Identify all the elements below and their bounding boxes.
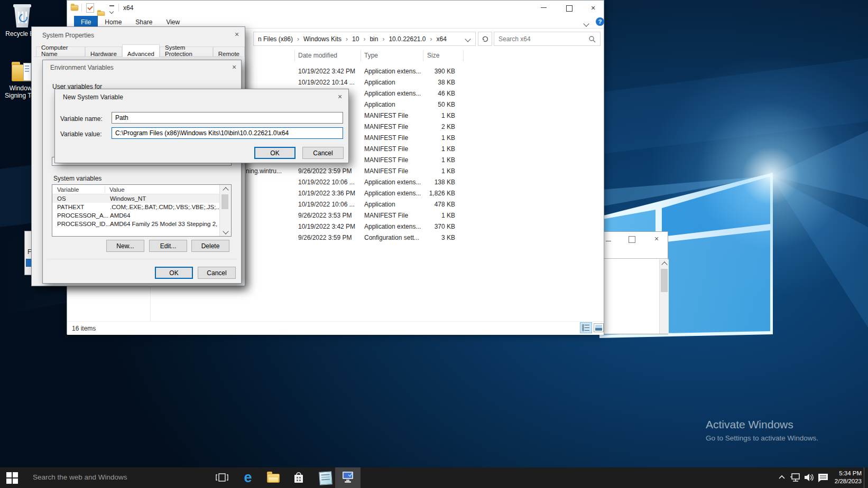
volume-icon[interactable] [804,473,815,482]
env-variable-value: Windows_NT [110,195,231,202]
start-button[interactable] [6,472,18,484]
variable-name-input[interactable] [112,112,343,124]
file-cell: 2 KB [413,123,455,130]
scrollbar-thumb[interactable] [221,194,228,209]
env-variable-row[interactable]: PROCESSOR_A...AMD64 [52,211,231,220]
env-variable-row[interactable]: PATHEXT.COM;.EXE;.BAT;.CMD;.VBS;.VBE;.JS… [52,203,231,211]
tab-advanced[interactable]: Advanced [122,44,160,57]
active-app-button[interactable] [335,467,361,488]
dialog-title: New System Variable [63,93,123,101]
ribbon-collapse-icon[interactable] [584,20,588,27]
tab-system-protection[interactable]: System Protection [160,46,213,57]
close-icon[interactable]: × [233,31,241,39]
status-bar: 16 items [67,321,604,335]
clock-date: 2/28/2023 [831,477,862,485]
address-dropdown-icon[interactable] [465,36,470,42]
taskbar-search[interactable]: Search the web and Windows [33,473,127,481]
cancel-button[interactable]: Cancel [198,267,236,279]
clock-time: 5:34 PM [831,470,862,477]
help-icon[interactable]: ? [596,17,604,26]
column-header-date[interactable]: Date modified [298,52,337,59]
minimize-icon[interactable] [605,237,612,243]
breadcrumb-segment[interactable]: x64 [436,35,448,43]
tray-clock[interactable]: 5:34 PM 2/28/2023 [831,470,862,485]
refresh-button[interactable] [478,32,492,46]
cancel-button[interactable]: Cancel [302,147,344,159]
listbox-header-variable[interactable]: Variable [52,186,105,193]
task-view-button[interactable] [216,472,228,485]
variable-value-label: Variable value: [60,130,102,138]
close-icon[interactable]: × [336,93,344,101]
close-icon[interactable]: × [653,235,660,242]
edge-browser-icon[interactable]: e [241,469,255,486]
system-variables-listbox[interactable]: Variable Value OSWindows_NTPATHEXT.COM;.… [52,184,232,237]
ok-button[interactable]: OK [155,267,193,279]
file-cell: 9/26/2022 3:59 PM [298,167,361,175]
maximize-icon[interactable] [629,236,635,243]
variable-name-label: Variable name: [60,115,103,123]
breadcrumb-segment[interactable]: 10 [351,35,360,43]
file-cell: 1 KB [413,156,455,164]
store-bag-icon [293,471,304,484]
column-header-type[interactable]: Type [364,52,378,59]
network-icon[interactable] [790,473,801,482]
taskbar: Search the web and Windows e [0,467,868,488]
scrollbar[interactable] [659,259,669,334]
env-variable-name: PROCESSOR_A... [52,212,110,219]
column-header-size[interactable]: Size [427,52,439,59]
breadcrumb-segment[interactable]: bin [368,35,379,43]
search-icon[interactable] [588,35,596,43]
file-cell: 1 KB [413,112,455,119]
tab-computer-name[interactable]: Computer Name [36,46,85,57]
env-variable-row[interactable]: PROCESSOR_ID...AMD64 Family 25 Model 33 … [52,220,231,228]
maximize-icon[interactable] [566,5,572,12]
window-title: x64 [123,4,133,12]
file-cell: 10/19/2022 10:14 ... [298,79,361,86]
env-variable-row[interactable]: OSWindows_NT [52,194,231,203]
scroll-down-icon[interactable] [220,228,231,236]
listbox-scrollbar[interactable] [219,185,231,236]
file-cell: 9/26/2022 3:53 PM [298,212,361,219]
breadcrumb-chevron-icon: › [379,35,387,43]
dialog-title: System Properties [42,32,94,39]
tab-remote[interactable]: Remote [213,46,245,57]
system-variables-label: System variables [53,175,101,182]
new-button[interactable]: New... [106,240,144,252]
file-cell: 1 KB [413,145,455,153]
tray-expand-icon[interactable] [778,475,786,480]
file-explorer-taskbar-icon[interactable] [267,474,280,483]
show-desktop-button[interactable] [864,467,864,488]
search-input[interactable] [494,35,588,43]
tab-strip: Computer NameHardwareAdvancedSystem Prot… [36,44,245,57]
details-view-button[interactable] [580,322,592,333]
breadcrumb-segment[interactable]: n Files (x86) [257,35,294,43]
divider [47,259,237,259]
breadcrumb-segment[interactable]: 10.0.22621.0 [387,35,427,43]
file-cell: 46 KB [413,90,455,97]
computer-icon [341,471,355,484]
minimize-icon[interactable] [541,7,548,9]
properties-check-icon[interactable] [86,3,94,13]
qat-customize-icon[interactable] [109,5,114,15]
delete-button[interactable]: Delete [191,240,229,252]
file-cell: 10/19/2022 10:06 ... [298,201,361,208]
notepad-icon[interactable] [319,471,333,485]
address-bar[interactable]: n Files (x86)›Windows Kits›10›bin›10.0.2… [253,32,476,46]
listbox-header-value[interactable]: Value [105,186,125,193]
edit-button[interactable]: Edit... [149,240,187,252]
separator [81,4,82,12]
tab-hardware[interactable]: Hardware [85,46,122,57]
title-bar[interactable]: x64 × [67,1,604,16]
variable-value-input[interactable] [112,127,343,139]
action-center-icon[interactable] [817,473,829,483]
close-icon[interactable]: × [589,4,597,12]
store-icon[interactable] [293,471,304,486]
ok-button[interactable]: OK [254,147,296,159]
scroll-up-icon[interactable] [220,185,231,193]
activate-windows-subtext: Go to Settings to activate Windows. [706,434,818,442]
search-box[interactable] [494,32,601,46]
close-icon[interactable]: × [230,63,238,72]
file-cell: 370 KB [413,223,455,230]
breadcrumb-segment[interactable]: Windows Kits [302,35,343,43]
thumbnail-view-button[interactable] [594,323,604,332]
